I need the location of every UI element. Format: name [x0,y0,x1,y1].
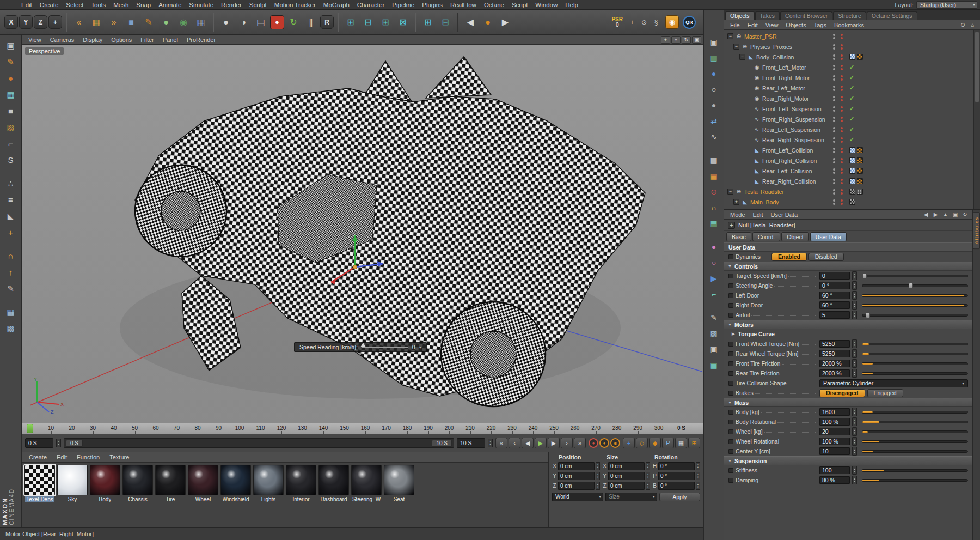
play-blue-icon[interactable]: ▶ [707,271,721,285]
capsule-tool[interactable]: ● [158,14,174,31]
camera-icon[interactable]: ▣ [707,342,721,356]
corner-tool-icon[interactable]: ⌐ [707,287,721,301]
om-menu-objects[interactable]: Objects [782,22,810,28]
editor-visibility-dot[interactable] [833,158,835,160]
sim-cache-all[interactable]: ▦ [88,14,105,31]
hud-slider[interactable] [362,347,408,348]
menubar-item-character[interactable]: Character [353,0,389,9]
snap-toggle-button[interactable]: S [3,153,19,167]
dynamics-state-dots[interactable] [841,148,843,153]
keyframe-box[interactable] [728,274,733,278]
dynamics-state-dots[interactable] [841,54,843,60]
menubar-item-realflow[interactable]: RealFlow [446,0,480,9]
cloth-tag-button[interactable]: ⊞ [420,14,436,31]
material-dashboard[interactable]: Dashboard [318,465,350,502]
am-tab-basic[interactable]: Basic [726,232,751,241]
uv-grid-icon[interactable]: ▦ [707,358,721,372]
am-tab-coord[interactable]: Coord. [752,232,781,241]
spline-icon[interactable]: ∿ [707,130,721,143]
tree-item-rear-right-collision[interactable]: ◣Rear_Right_Collision [724,176,973,186]
axis-lock-icon[interactable]: + [627,17,638,28]
editor-visibility-dot[interactable] [833,54,835,57]
keyframe-box[interactable] [728,293,733,298]
grid-orange-icon[interactable]: ▦ [707,169,721,183]
sphere-primitive-icon[interactable]: ● [707,66,721,80]
render-visibility-dot[interactable] [833,78,835,81]
lock-z-axis[interactable]: Z [34,15,47,29]
slider-handle[interactable] [866,312,870,318]
dynamics-state-dots[interactable] [841,168,843,174]
viewport-menu-view[interactable]: View [24,37,46,43]
grid-plane-button[interactable]: ▩ [3,321,19,336]
param-value-field[interactable]: 60 ° [819,292,850,299]
tree-item-rear-left-collision[interactable]: ◣Rear_Left_Collision [724,166,973,176]
grid-array-button[interactable]: ▦ [3,305,19,319]
render-picture-viewer-button[interactable]: ◑ [235,14,252,31]
tree-item-tesla-roadster[interactable]: −⊕Tesla_Roadster [724,186,973,197]
keyframe-box[interactable] [728,429,733,434]
group-header-suspension[interactable]: ▼Suspension [724,456,972,465]
search-icon[interactable]: ⊙ [959,21,967,29]
autokeying-button[interactable]: ● [599,438,609,448]
render-visibility-dot[interactable] [833,110,835,112]
texture-tag[interactable] [849,199,855,205]
visibility-dots[interactable] [833,75,835,81]
spinner[interactable]: ▴▾ [646,472,650,480]
menubar-item-snap[interactable]: Snap [132,0,155,9]
om-tab-octane-settings[interactable]: Octane Settings [867,11,917,20]
chevron-down-icon[interactable]: ▾ [419,345,421,350]
menubar-item-sculpt[interactable]: Sculpt [246,0,271,9]
scrollbar-thumb[interactable] [975,32,979,102]
spinner[interactable]: ▴▾ [852,339,857,348]
spinner[interactable]: ▴▾ [852,359,857,368]
materials-menu-texture[interactable]: Texture [105,454,134,460]
spinner[interactable]: ▴▾ [852,301,857,310]
menubar-item-render[interactable]: Render [217,0,246,9]
coords-field-rotation-p[interactable]: 0 ° [658,472,695,480]
script-console-button[interactable]: R [320,15,334,29]
group-header-mass[interactable]: ▼Mass [724,398,972,407]
param-value-field[interactable]: 80 % [819,476,850,484]
nav-forward-icon[interactable]: ▶ [932,211,940,219]
am-tab-object[interactable]: Object [781,232,808,241]
param-value-field[interactable]: 1600 [819,408,850,416]
coords-field-size-y[interactable]: 0 cm [608,472,645,480]
current-frame-spinner[interactable]: ▴▾ [56,439,61,447]
texture-tag[interactable] [849,189,855,195]
menubar-item-edit[interactable]: Edit [17,0,36,9]
lock-x-axis[interactable]: X [4,15,18,29]
param-value-field[interactable]: 10 [819,447,850,455]
tree-item-front-left-collision[interactable]: ◣Front_Left_Collision [724,145,973,155]
spinner[interactable]: ▴▾ [696,482,700,490]
param-value-field[interactable]: 60 ° [819,301,850,309]
speed-reading-hud[interactable]: Speed Reading [km/h]: 0 ▾ [294,342,427,352]
param-slider[interactable] [862,362,968,365]
octane-icon[interactable]: ◉ [665,15,679,29]
param-slider[interactable] [862,304,968,307]
keyframe-box[interactable] [728,303,733,308]
param-slider[interactable] [862,294,968,297]
dynamics-state-dots[interactable] [841,199,843,205]
tree-item-front-right-collision[interactable]: ◣Front_Right_Collision [724,155,973,166]
brakes-engaged-button[interactable]: Engaged [867,389,903,397]
menubar-item-create[interactable]: Create [36,0,63,9]
editor-visibility-dot[interactable] [833,189,835,191]
visibility-dots[interactable] [833,96,835,101]
keyframe-box[interactable] [728,381,733,386]
points-mode-button[interactable]: ∴ [3,176,19,191]
spinner[interactable]: ▴▾ [852,476,857,484]
visibility-dots[interactable] [833,34,835,39]
param-slider[interactable] [862,284,968,287]
make-editable-button[interactable]: ▣ [3,38,19,53]
group-header-motors[interactable]: ▼Motors [724,320,972,329]
visibility-dots[interactable] [833,127,835,132]
materials-menu-create[interactable]: Create [24,454,52,460]
visibility-dots[interactable] [833,117,835,122]
viewport-menu-cameras[interactable]: Cameras [46,37,79,43]
size-mode-dropdown[interactable]: Size [605,493,657,501]
texture-mode-button[interactable]: ▨ [3,120,19,135]
toggle-view-icon[interactable]: ▣ [692,36,701,44]
spoiler-fin-right[interactable] [426,57,491,98]
expander-toggle[interactable]: − [727,33,733,39]
brakes-disengaged-button[interactable]: Disengaged [819,389,865,397]
